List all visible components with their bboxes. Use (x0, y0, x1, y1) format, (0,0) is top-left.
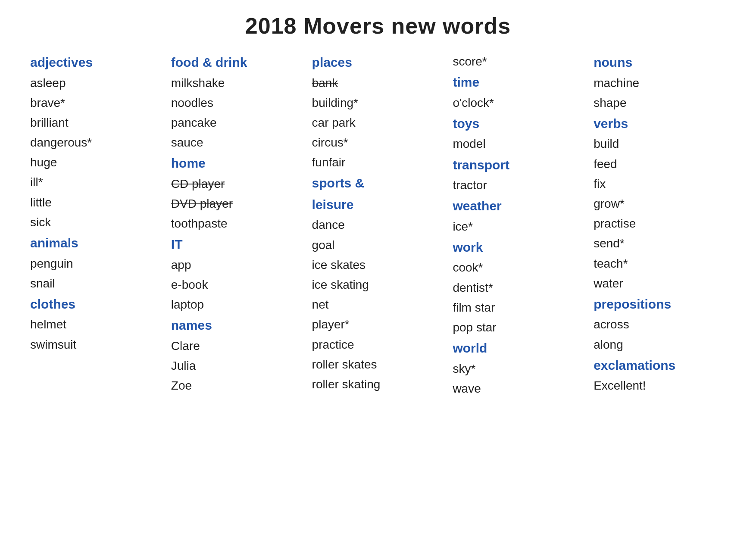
word-entry: ice skates (312, 255, 444, 275)
word-entry: snail (30, 274, 162, 294)
word-columns: adjectivesasleepbrave*brilliantdangerous… (17, 52, 739, 399)
word-entry: film star (453, 298, 585, 318)
word-entry: huge (30, 153, 162, 172)
word-entry: sick (30, 212, 162, 232)
category-label: leisure (312, 194, 444, 215)
word-entry: swimsuit (30, 335, 162, 355)
category-label: time (453, 72, 585, 93)
word-entry: along (594, 335, 726, 355)
word-entry: teach* (594, 254, 726, 274)
category-label: work (453, 237, 585, 258)
word-entry: Julia (171, 356, 303, 376)
word-entry: water (594, 274, 726, 294)
category-label: exclamations (594, 355, 726, 376)
word-entry: feed (594, 154, 726, 174)
category-label: transport (453, 154, 585, 176)
category-label: names (171, 315, 303, 336)
column-col1: adjectivesasleepbrave*brilliantdangerous… (26, 52, 167, 399)
word-entry: roller skates (312, 355, 444, 375)
word-entry: DVD player (171, 194, 303, 214)
word-entry: laptop (171, 295, 303, 315)
word-entry: model (453, 134, 585, 154)
category-label: weather (453, 195, 585, 217)
category-label: clothes (30, 294, 162, 315)
word-entry: goal (312, 235, 444, 255)
word-entry: circus* (312, 133, 444, 153)
word-entry: pop star (453, 318, 585, 337)
column-col3: placesbankbuilding*car parkcircus*funfai… (308, 52, 449, 399)
word-entry: Zoe (171, 376, 303, 396)
word-entry: roller skating (312, 375, 444, 394)
column-col2: food & drinkmilkshakenoodlespancakesauce… (167, 52, 308, 399)
word-entry: o'clock* (453, 93, 585, 113)
word-entry: penguin (30, 254, 162, 274)
category-label: places (312, 52, 444, 73)
column-col4: score*timeo'clock*toysmodeltransporttrac… (448, 52, 589, 399)
category-label: prepositions (594, 294, 726, 315)
word-entry: wave (453, 379, 585, 399)
word-entry: build (594, 134, 726, 154)
word-entry: Excellent! (594, 376, 726, 396)
word-entry: machine (594, 73, 726, 93)
word-entry: grow* (594, 194, 726, 214)
word-entry: dangerous* (30, 133, 162, 153)
word-entry: net (312, 295, 444, 315)
word-entry: building* (312, 93, 444, 113)
category-label: world (453, 337, 585, 359)
word-entry: toothpaste (171, 214, 303, 234)
word-entry: ice* (453, 217, 585, 237)
word-entry: bank (312, 73, 444, 93)
word-entry: pancake (171, 113, 303, 133)
category-label: verbs (594, 113, 726, 134)
word-entry: across (594, 315, 726, 334)
word-entry: milkshake (171, 73, 303, 93)
word-entry: app (171, 255, 303, 275)
word-entry: noodles (171, 93, 303, 113)
word-entry: ice skating (312, 275, 444, 295)
word-entry: shape (594, 93, 726, 113)
category-label: animals (30, 232, 162, 254)
category-label: food & drink (171, 52, 303, 73)
word-entry: sky* (453, 359, 585, 379)
word-entry: brilliant (30, 113, 162, 133)
word-entry: little (30, 193, 162, 212)
word-entry: dentist* (453, 278, 585, 298)
category-label: sports & (312, 172, 444, 194)
word-entry: practise (594, 214, 726, 234)
word-entry: tractor (453, 175, 585, 195)
category-label: IT (171, 234, 303, 255)
word-entry: asleep (30, 73, 162, 93)
word-entry: brave* (30, 93, 162, 113)
page-title: 2018 Movers new words (17, 13, 739, 39)
word-entry: sauce (171, 133, 303, 153)
word-entry: practice (312, 335, 444, 355)
category-label: nouns (594, 52, 726, 73)
column-col5: nounsmachineshapeverbsbuildfeedfixgrow*p… (589, 52, 730, 399)
category-label: adjectives (30, 52, 162, 73)
word-entry: helmet (30, 315, 162, 334)
word-entry: ill* (30, 172, 162, 192)
category-label: home (171, 153, 303, 174)
category-label: toys (453, 113, 585, 134)
word-entry: funfair (312, 153, 444, 172)
word-entry: player* (312, 315, 444, 334)
word-entry: fix (594, 174, 726, 194)
word-entry: Clare (171, 336, 303, 356)
word-entry: score* (453, 52, 585, 72)
word-entry: e-book (171, 275, 303, 295)
word-entry: car park (312, 113, 444, 133)
word-entry: send* (594, 234, 726, 253)
word-entry: cook* (453, 258, 585, 278)
word-entry: CD player (171, 174, 303, 194)
word-entry: dance (312, 215, 444, 235)
